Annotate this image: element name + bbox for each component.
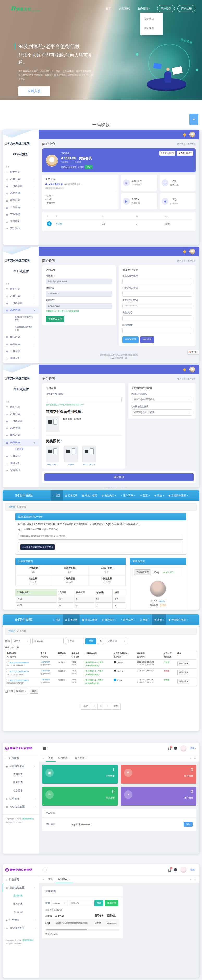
aggregate-logo[interactable]: C 聚合登录后台管理 xyxy=(3,747,39,750)
view-key-button[interactable]: ◉ 查看对接KEY xyxy=(177,151,193,156)
bind-qq-button[interactable]: 绑定 xyxy=(85,165,93,169)
admin-nav-item[interactable]: ◆ 云端插件/更新 xyxy=(166,490,190,501)
row-checkbox[interactable] xyxy=(6,679,9,681)
admin-nav-item[interactable]: ◔ 用户/工单 xyxy=(118,490,137,501)
search-keyword-input[interactable] xyxy=(32,638,63,644)
admin-nav-item[interactable]: ▤ 订单记录 xyxy=(63,614,80,625)
sidebar-item[interactable]: ◈ 订单管理 › xyxy=(3,795,39,803)
sidebar-item[interactable]: 应用列表 xyxy=(3,892,39,900)
sidebar-item[interactable]: ◉ 应用信息配置 ∨ xyxy=(3,762,39,770)
template-option[interactable]: INTL_PAY_1 xyxy=(46,445,60,465)
timeout-field[interactable] xyxy=(46,396,122,402)
sidebar-item[interactable]: ▤ 网站信息配置 › xyxy=(3,924,39,932)
admin-brand[interactable]: 94支付系统 xyxy=(3,490,32,501)
admin-nav-item[interactable]: ⌂ 首页 xyxy=(50,490,62,501)
monitor-guide-button[interactable]: 点此查看全部1分钟以下监控方法 xyxy=(21,544,55,550)
sidebar-item[interactable]: ▦ 二维码管理 › xyxy=(3,183,39,190)
page-button[interactable]: 尾页 xyxy=(111,703,121,710)
email-code-field[interactable] xyxy=(122,328,192,333)
page-button[interactable]: » xyxy=(104,703,111,710)
system-order-no[interactable]: 2021121315034557629 xyxy=(9,662,29,663)
sidebar-item[interactable]: ⇥ 安全退出 xyxy=(3,225,39,232)
api-key-field[interactable] xyxy=(46,303,112,309)
bulk-confirm-button[interactable]: 确定 xyxy=(30,689,38,694)
hamburger-icon[interactable] xyxy=(43,870,46,870)
row-checkbox[interactable] xyxy=(6,661,9,663)
back-to-top-button[interactable] xyxy=(189,113,198,125)
row-checkbox[interactable] xyxy=(6,670,9,672)
sidebar-item[interactable]: ▢ 用户中心 xyxy=(3,404,39,410)
system-order-no[interactable]: 2021121314575724813 xyxy=(9,679,29,681)
sidebar-item[interactable]: ▧ 其他设置 › xyxy=(3,204,39,211)
api-pid-field[interactable] xyxy=(46,291,112,297)
avatar[interactable] xyxy=(189,132,195,137)
api-url-field[interactable] xyxy=(46,278,112,284)
breadcrumb-link[interactable]: 商户设置 xyxy=(177,260,186,262)
confirm-modify-button[interactable]: 确定修改 xyxy=(44,473,194,481)
breadcrumb-link[interactable]: 支付设置 xyxy=(177,378,186,380)
sidebar-item[interactable]: ▤ 订单列表 › xyxy=(3,293,39,300)
nav-link[interactable]: 首页 xyxy=(106,7,112,10)
avatar[interactable] xyxy=(189,366,195,372)
sidebar-item[interactable]: ⌂ 后台首页 xyxy=(3,754,39,762)
sidebar-item[interactable]: ▢ 邀请有礼 xyxy=(3,460,39,467)
admin-nav-item[interactable]: ⊙ 配置 xyxy=(137,614,152,625)
ime-toolbar[interactable]: S 中 ’⊙♪ xyxy=(188,350,199,354)
site-logo[interactable]: B 清晨支付 pay life hours xyxy=(10,5,39,12)
merchant-id-link[interactable]: 165759307 xyxy=(41,670,50,672)
page-button[interactable]: 首页 xyxy=(81,703,91,710)
sidebar-item[interactable]: 修改密码/查看对接密钥 xyxy=(3,314,39,324)
sidebar-item[interactable]: 登录记录 xyxy=(3,908,39,916)
tab-close-icon[interactable]: × xyxy=(85,757,87,759)
search-type-select[interactable]: APPID xyxy=(51,900,68,906)
sidebar-item[interactable]: 账号列表 xyxy=(3,778,39,787)
system-order-no[interactable]: 2021121315010984130 xyxy=(9,671,29,673)
sidebar-item[interactable]: 充值额度/开通免挂会员 xyxy=(3,324,39,334)
page-button[interactable]: 1 xyxy=(98,703,104,710)
sidebar-item[interactable]: ▤ 订单列表 › xyxy=(3,410,39,418)
hamburger-icon[interactable] xyxy=(43,748,46,749)
merchant-id-link[interactable]: 165759307 xyxy=(41,661,50,663)
sidebar-item[interactable]: 登录记录 xyxy=(3,787,39,795)
sidebar-item[interactable]: ◉ 应用信息配置 ∨ xyxy=(3,884,39,892)
admin-nav-item[interactable]: ◆ 云端插件/更新 xyxy=(166,614,190,625)
admin-nav-item[interactable]: ▦ 收款二维码 xyxy=(80,614,99,625)
bell-icon[interactable]: 1 xyxy=(168,869,171,871)
tab[interactable]: 首页 × xyxy=(46,754,55,762)
avatar[interactable] xyxy=(180,867,186,873)
select-all-checkbox[interactable] xyxy=(5,690,8,692)
copyright-link[interactable]: 清晨登录系统 xyxy=(22,818,34,820)
order-action-button[interactable]: 操作订单 xyxy=(177,670,190,675)
nav-link[interactable]: 支付测试 xyxy=(119,7,131,10)
search-button[interactable]: 搜索 xyxy=(94,900,104,906)
tabs-scroll-right[interactable]: » xyxy=(188,876,193,883)
sidebar-item[interactable]: ▢ 邀请有礼 xyxy=(3,218,39,225)
sidebar-item[interactable]: ▥ 商户管理 › xyxy=(3,190,39,197)
sidebar-item[interactable]: ▣ 工单系统 xyxy=(3,348,39,355)
sidebar-item[interactable]: ▤ 订单列表 › xyxy=(3,176,39,183)
theme-icon[interactable] xyxy=(174,868,177,872)
breadcrumb-link[interactable]: 控制台 xyxy=(9,630,16,632)
admin-nav-item[interactable]: ◍ 微信免挂 xyxy=(99,490,118,501)
dropdown-menu-item[interactable]: 商户注册 xyxy=(140,24,163,33)
merchant-register-button[interactable]: 商户注册 xyxy=(177,5,195,12)
tabs-scroll-left[interactable]: « xyxy=(41,876,46,883)
sidebar-item[interactable]: ▥ 商户管理 ∨ xyxy=(3,307,39,314)
sidebar-item[interactable]: ▢ 用户中心 xyxy=(3,169,39,176)
sidebar-item[interactable]: ▤ 网站信息配置 › xyxy=(3,803,39,811)
sidebar-item[interactable]: ▦ 二维码管理 › xyxy=(3,418,39,425)
admin-nav-item[interactable]: ◈ 其他 xyxy=(152,490,166,501)
sidebar-item[interactable]: ◈ 订单管理 › xyxy=(3,916,39,924)
sidebar-item[interactable]: ⌂ 后台首页 xyxy=(3,876,39,884)
search-button[interactable]: 搜索 xyxy=(85,638,96,644)
nav-link[interactable]: 业务登陆 ∨ xyxy=(137,7,150,10)
breadcrumb-link[interactable]: 商户中心 xyxy=(177,143,186,145)
aggregate-logo[interactable]: C 聚合登录后台管理 xyxy=(3,868,39,872)
merchant-id-input[interactable] xyxy=(65,638,84,644)
join-now-button[interactable]: 立即入驻 xyxy=(18,86,50,96)
sidebar-item[interactable]: 支付设置 xyxy=(3,446,39,453)
template-option[interactable]: default xyxy=(64,445,78,465)
tabs-menu-icon[interactable]: ≡ xyxy=(193,876,197,883)
copyright-link[interactable]: 清晨登录系统 xyxy=(22,939,34,941)
breadcrumb-link[interactable]: 控制台 xyxy=(9,505,16,508)
